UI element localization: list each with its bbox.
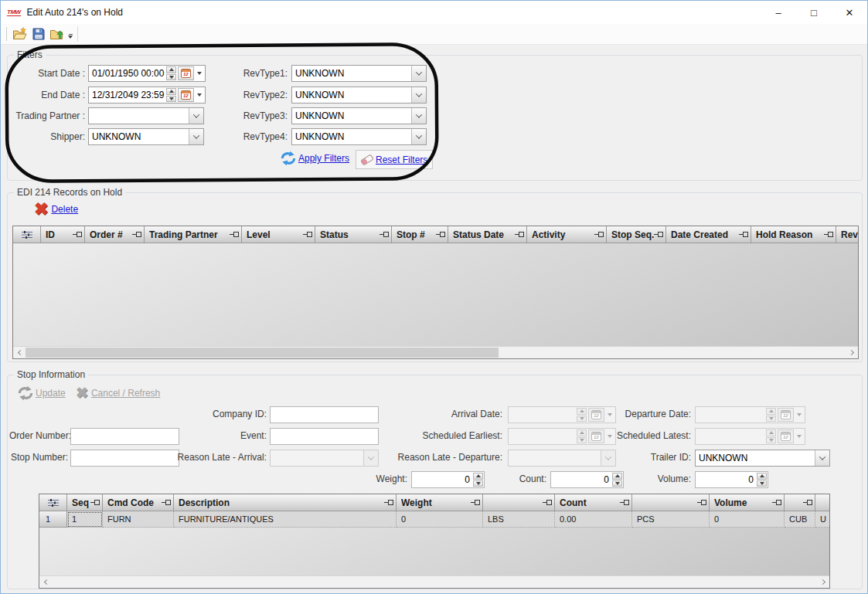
pin-icon[interactable] — [230, 231, 239, 238]
reset-filters-label[interactable]: Reset Filters — [376, 154, 427, 165]
toolbar-grip[interactable] — [6, 27, 7, 41]
pin-icon[interactable] — [471, 499, 480, 506]
title-bar[interactable]: TMW Edit Auto 214's on Hold – □ ✕ — [1, 1, 867, 24]
column-header-status[interactable]: Status — [315, 226, 392, 243]
volume-value[interactable]: 0 — [696, 472, 756, 487]
pin-icon[interactable] — [436, 231, 445, 238]
end-date-field[interactable]: 12/31/2049 23:59 — [88, 87, 206, 104]
export-button[interactable] — [48, 25, 66, 43]
revtype2-combobox[interactable]: UNKNOWN — [291, 87, 427, 104]
cell-count[interactable]: 0.00 — [555, 511, 632, 528]
revtype4-value[interactable]: UNKNOWN — [292, 129, 411, 144]
pin-icon[interactable] — [515, 231, 524, 238]
weight-spinner[interactable] — [472, 472, 484, 487]
column-header-volume[interactable]: Volume — [710, 494, 785, 511]
pin-icon[interactable] — [739, 231, 748, 238]
cell-clipped[interactable]: U — [815, 511, 830, 528]
revtype3-dropdown-button[interactable] — [411, 108, 426, 124]
minimize-button[interactable]: – — [761, 1, 796, 24]
pin-icon[interactable] — [620, 499, 629, 506]
column-header-weight-unit[interactable] — [483, 494, 555, 511]
update-label[interactable]: Update — [36, 388, 66, 399]
column-header-stop[interactable]: Stop # — [392, 226, 448, 243]
pin-icon[interactable] — [90, 499, 100, 506]
pin-icon[interactable] — [697, 499, 706, 506]
cell-seq[interactable]: 1 — [67, 511, 103, 528]
delete-link[interactable]: ✖ Delete — [34, 201, 78, 218]
end-date-spinner[interactable] — [165, 87, 177, 103]
count-field[interactable]: 0 — [550, 471, 624, 488]
apply-filters-label[interactable]: Apply Filters — [298, 153, 349, 164]
revtype2-value[interactable]: UNKNOWN — [292, 87, 411, 103]
revtype2-dropdown-button[interactable] — [411, 87, 426, 103]
column-header-cmd-code[interactable]: Cmd Code — [103, 494, 174, 511]
spin-up-button[interactable] — [166, 88, 176, 95]
commodity-grid[interactable]: Seq Cmd Code Description Weight Count Vo… — [39, 494, 830, 589]
start-date-field[interactable]: 01/01/1950 00:00 — [88, 65, 206, 82]
column-header-date-created[interactable]: Date Created — [666, 226, 751, 243]
spin-down-button[interactable] — [166, 74, 176, 81]
start-date-dropdown-button[interactable] — [194, 66, 205, 81]
revtype1-dropdown-button[interactable] — [411, 66, 426, 81]
pin-icon[interactable] — [73, 231, 82, 238]
spin-down-button[interactable] — [612, 480, 622, 487]
column-header-hold-reason[interactable]: Hold Reason — [751, 226, 836, 243]
open-button[interactable] — [11, 25, 29, 43]
column-header-count-unit[interactable] — [632, 494, 710, 511]
column-header-order[interactable]: Order # — [85, 226, 145, 243]
scroll-right-button[interactable] — [817, 576, 829, 588]
weight-field[interactable]: 0 — [411, 471, 485, 488]
company-id-field[interactable] — [270, 406, 379, 423]
volume-spinner[interactable] — [756, 472, 768, 487]
records-grid[interactable]: ID Order # Trading Partner Level Status … — [12, 226, 859, 359]
maximize-button[interactable]: □ — [796, 1, 832, 24]
pin-icon[interactable] — [594, 231, 604, 238]
start-date-spinner[interactable] — [165, 66, 177, 81]
revtype3-value[interactable]: UNKNOWN — [292, 108, 411, 124]
reset-filters-link[interactable]: Reset Filters — [356, 150, 433, 169]
start-date-value[interactable]: 01/01/1950 00:00 — [89, 66, 165, 81]
commodity-row[interactable]: 1 1 FURN FURNITURE/ANTIQUES 0 LBS 0.00 P… — [39, 511, 829, 528]
scroll-left-button[interactable] — [39, 576, 52, 588]
trading-partner-combobox[interactable] — [88, 107, 204, 124]
trading-partner-dropdown-button[interactable] — [189, 108, 203, 124]
apply-filters-link[interactable]: Apply Filters — [280, 151, 349, 166]
revtype1-combobox[interactable]: UNKNOWN — [291, 65, 427, 82]
row-selector[interactable]: 1 — [39, 511, 67, 528]
toolbar-overflow-button[interactable] — [68, 34, 73, 39]
pin-icon[interactable] — [654, 231, 663, 238]
column-header-level[interactable]: Level — [242, 226, 315, 243]
column-chooser-button[interactable] — [13, 226, 41, 243]
column-chooser-button[interactable] — [39, 494, 67, 511]
pin-icon[interactable] — [380, 231, 389, 238]
scroll-left-button[interactable] — [13, 347, 26, 358]
count-spinner[interactable] — [611, 472, 623, 487]
company-id-value[interactable] — [271, 407, 378, 423]
column-header-seq[interactable]: Seq — [67, 494, 103, 511]
end-date-value[interactable]: 12/31/2049 23:59 — [89, 87, 165, 103]
column-header-stop-seq[interactable]: Stop Seq. — [607, 226, 666, 243]
shipper-value[interactable]: UNKNOWN — [89, 129, 189, 144]
pin-icon[interactable] — [162, 499, 171, 506]
trailer-id-combobox[interactable]: UNKNOWN — [695, 450, 830, 467]
order-number-field[interactable] — [70, 428, 179, 445]
column-header-trading-partner[interactable]: Trading Partner — [145, 226, 242, 243]
delete-label[interactable]: Delete — [51, 204, 78, 215]
cancel-refresh-link[interactable]: ✖ Cancel / Refresh — [76, 385, 160, 402]
start-date-calendar-button[interactable] — [178, 66, 194, 80]
cell-description[interactable]: FURNITURE/ANTIQUES — [174, 511, 397, 528]
spin-down-button[interactable] — [473, 480, 483, 487]
column-header-volume-unit[interactable] — [785, 494, 815, 511]
pin-icon[interactable] — [132, 231, 141, 238]
cancel-refresh-label[interactable]: Cancel / Refresh — [91, 388, 160, 399]
cell-volume[interactable]: 0 — [710, 511, 785, 528]
revtype4-dropdown-button[interactable] — [411, 129, 426, 144]
volume-field[interactable]: 0 — [695, 471, 768, 488]
event-value[interactable] — [271, 429, 378, 444]
trading-partner-value[interactable] — [89, 108, 189, 124]
spin-down-button[interactable] — [757, 480, 767, 487]
count-value[interactable]: 0 — [551, 472, 611, 487]
column-header-revtype[interactable]: RevT — [836, 226, 859, 243]
scrollbar-thumb[interactable] — [26, 348, 499, 358]
pin-icon[interactable] — [384, 499, 393, 506]
